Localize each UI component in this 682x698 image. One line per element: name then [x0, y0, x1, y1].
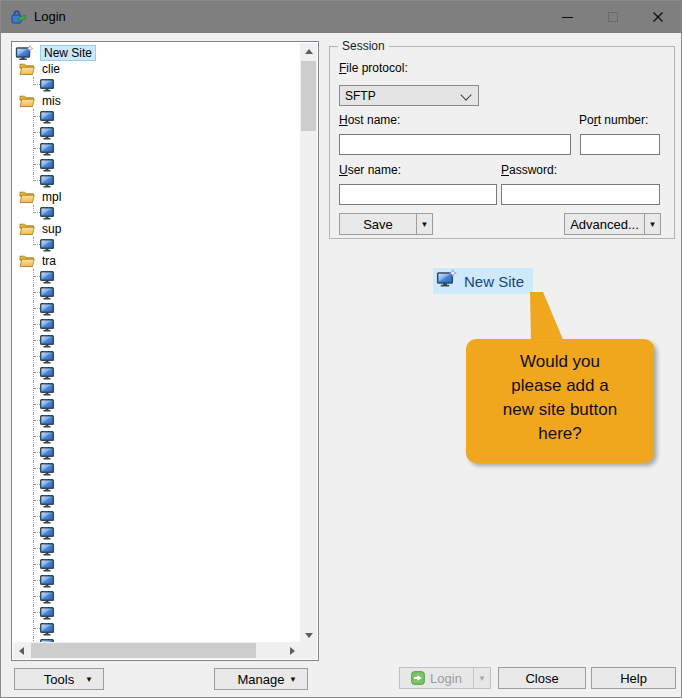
- tree-folder-label: sup: [40, 222, 63, 236]
- tree-folder-label: tra: [40, 254, 58, 268]
- new-site-button-label: New Site: [464, 273, 524, 290]
- tree-site-item[interactable]: [13, 493, 300, 509]
- scroll-left-button[interactable]: [13, 642, 30, 659]
- vertical-scrollbar[interactable]: [300, 43, 317, 644]
- tree-site-item[interactable]: [13, 349, 300, 365]
- tree-connector: [33, 429, 34, 445]
- tree-site-item[interactable]: [13, 413, 300, 429]
- port-number-label: Port number:: [579, 113, 648, 127]
- tree-site-item[interactable]: [13, 461, 300, 477]
- horizontal-scrollbar-thumb[interactable]: [31, 643, 256, 658]
- tree-connector: [33, 77, 34, 85]
- session-group-label: Session: [338, 39, 389, 53]
- tree-site-item[interactable]: [13, 557, 300, 573]
- save-dropdown-button[interactable]: ▼: [416, 214, 432, 234]
- tree-site-item[interactable]: [13, 125, 300, 141]
- tree-site-item[interactable]: [13, 317, 300, 333]
- tree-site-item[interactable]: [13, 477, 300, 493]
- computer-icon: [39, 510, 55, 525]
- tree-site-item[interactable]: [13, 285, 300, 301]
- file-protocol-value: SFTP: [345, 89, 376, 103]
- file-protocol-select[interactable]: SFTP: [339, 85, 479, 106]
- tree-connector: [33, 413, 34, 429]
- minimize-button[interactable]: [551, 1, 583, 33]
- tree-item-new-site[interactable]: New Site: [13, 45, 300, 61]
- computer-icon: [39, 478, 55, 493]
- dropdown-arrow-icon: ▼: [85, 675, 93, 684]
- tree-site-item[interactable]: [13, 157, 300, 173]
- tree-site-item[interactable]: [13, 77, 300, 93]
- advanced-button[interactable]: Advanced...: [565, 214, 644, 234]
- help-button[interactable]: Help: [591, 667, 676, 689]
- minimize-icon: [562, 17, 573, 18]
- tree-site-item[interactable]: [13, 173, 300, 189]
- tree-site-item[interactable]: [13, 397, 300, 413]
- maximize-button[interactable]: [597, 1, 629, 33]
- tree-folder-item[interactable]: clie: [13, 61, 300, 77]
- title-bar: Login: [1, 1, 681, 33]
- tree-folder-item[interactable]: tra: [13, 253, 300, 269]
- tree-connector: [33, 381, 34, 397]
- advanced-dropdown-button[interactable]: ▼: [644, 214, 660, 234]
- tree-site-item[interactable]: [13, 205, 300, 221]
- dropdown-arrow-icon: ▼: [421, 220, 429, 229]
- tree-site-item[interactable]: [13, 269, 300, 285]
- tree-site-item[interactable]: [13, 525, 300, 541]
- window-title: Login: [34, 1, 66, 33]
- login-button[interactable]: Login: [399, 667, 474, 689]
- new-site-icon: [15, 45, 35, 62]
- password-label: Password:: [501, 163, 557, 177]
- tree-site-item[interactable]: [13, 509, 300, 525]
- host-name-input[interactable]: [339, 134, 571, 155]
- new-site-button[interactable]: New Site: [433, 268, 533, 294]
- tree-site-item[interactable]: [13, 621, 300, 637]
- callout-text-line: new site button: [466, 398, 654, 422]
- callout-text-line: please add a: [466, 374, 654, 398]
- login-dropdown-button[interactable]: ▼: [473, 667, 491, 689]
- advanced-split-button: Advanced... ▼: [564, 213, 661, 235]
- computer-icon: [39, 206, 55, 221]
- tree-site-item[interactable]: [13, 445, 300, 461]
- password-input[interactable]: [501, 184, 660, 205]
- tree-site-item[interactable]: [13, 365, 300, 381]
- tree-connector: [33, 509, 34, 525]
- port-number-input[interactable]: [581, 135, 682, 154]
- tree-connector: [33, 589, 34, 605]
- login-dialog: Login New Sitecliemismplsuptra Session F…: [0, 0, 682, 698]
- scroll-right-button[interactable]: [284, 642, 301, 659]
- scroll-down-icon: [305, 633, 313, 638]
- tree-site-item[interactable]: [13, 573, 300, 589]
- tools-button[interactable]: Tools ▼: [14, 668, 104, 690]
- computer-icon: [39, 302, 55, 317]
- tree-connector: [33, 301, 34, 317]
- tree-folder-item[interactable]: mpl: [13, 189, 300, 205]
- save-button[interactable]: Save: [340, 214, 416, 234]
- tree-site-item[interactable]: [13, 589, 300, 605]
- dropdown-arrow-icon: ▼: [649, 220, 657, 229]
- tree-folder-item[interactable]: mis: [13, 93, 300, 109]
- scroll-right-icon: [290, 647, 295, 655]
- scroll-up-button[interactable]: [300, 43, 317, 60]
- tree-site-item[interactable]: [13, 541, 300, 557]
- close-window-button[interactable]: [642, 1, 674, 33]
- tree-site-item[interactable]: [13, 301, 300, 317]
- tree-site-item[interactable]: [13, 333, 300, 349]
- tree-connector: [33, 493, 34, 509]
- tree-folder-label: mis: [40, 94, 63, 108]
- tree-site-item[interactable]: [13, 237, 300, 253]
- tree-site-item[interactable]: [13, 381, 300, 397]
- tree-site-item[interactable]: [13, 109, 300, 125]
- tree-site-item[interactable]: [13, 141, 300, 157]
- user-name-input[interactable]: [339, 184, 497, 205]
- horizontal-scrollbar[interactable]: [13, 642, 301, 659]
- close-button[interactable]: Close: [498, 667, 586, 689]
- tree-connector: [33, 173, 34, 181]
- manage-button[interactable]: Manage ▼: [214, 668, 308, 690]
- tree-site-item[interactable]: [13, 429, 300, 445]
- tree-connector: [33, 445, 34, 461]
- computer-icon: [39, 542, 55, 557]
- login-icon: [411, 671, 425, 685]
- tree-folder-item[interactable]: sup: [13, 221, 300, 237]
- tree-site-item[interactable]: [13, 605, 300, 621]
- vertical-scrollbar-thumb[interactable]: [301, 61, 316, 131]
